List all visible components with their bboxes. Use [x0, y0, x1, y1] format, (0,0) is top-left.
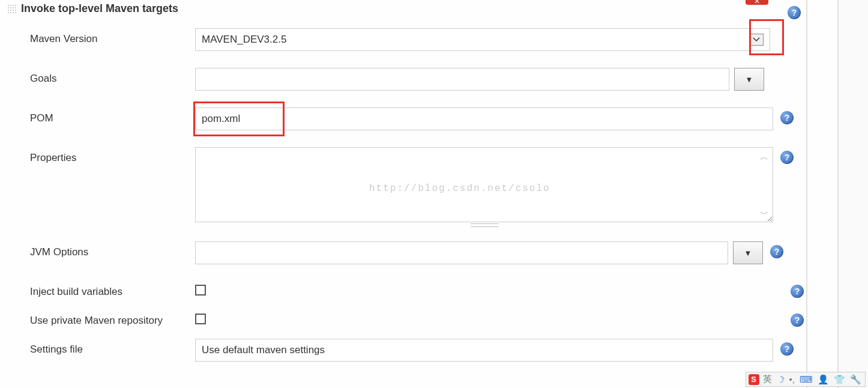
label-goals: Goals — [30, 68, 195, 85]
label-properties: Properties — [30, 147, 195, 164]
row-properties: Properties ︿ ﹀ http://blog.csdn.net/csol… — [7, 147, 806, 225]
label-jvm-options: JVM Options — [30, 241, 195, 258]
use-private-repo-checkbox[interactable] — [195, 314, 206, 324]
label-inject-build-vars: Inject build variables — [30, 281, 195, 298]
row-inject-build-vars: Inject build variables ? — [7, 281, 806, 298]
moon-icon[interactable]: ☽ — [776, 374, 786, 385]
jvm-options-input[interactable] — [195, 241, 728, 264]
row-settings-file: Settings file Use default maven settings… — [7, 339, 806, 362]
row-maven-version: Maven Version MAVEN_DEV3.2.5 — [7, 28, 806, 51]
help-icon[interactable]: ? — [788, 6, 801, 19]
help-icon[interactable]: ? — [780, 111, 794, 124]
resize-grip-icon[interactable] — [471, 223, 498, 227]
section-title: Invoke top-level Maven targets — [21, 2, 178, 15]
settings-file-value: Use default maven settings — [202, 344, 325, 356]
maven-version-value: MAVEN_DEV3.2.5 — [202, 34, 286, 46]
scroll-down-icon[interactable]: ﹀ — [760, 209, 768, 220]
keyboard-icon[interactable]: ⌨ — [798, 374, 814, 385]
row-pom: POM ? — [7, 108, 806, 130]
row-jvm-options: JVM Options ▼ ? — [7, 241, 806, 264]
expand-button[interactable]: ▼ — [733, 241, 763, 264]
ime-lang[interactable]: 英 — [762, 374, 773, 385]
pom-input[interactable] — [195, 108, 773, 130]
ime-badge-icon[interactable]: S — [749, 374, 759, 385]
punct-icon[interactable]: •, — [788, 374, 796, 384]
help-icon[interactable]: ? — [780, 342, 794, 356]
drag-handle-icon[interactable] — [7, 4, 16, 13]
label-pom: POM — [30, 108, 195, 124]
scroll-up-icon[interactable]: ︿ — [760, 152, 768, 163]
label-use-private-repo: Use private Maven repository — [30, 310, 195, 327]
label-settings-file: Settings file — [30, 339, 195, 356]
help-icon[interactable]: ? — [780, 151, 794, 164]
help-icon[interactable]: ? — [791, 314, 804, 327]
expand-button[interactable]: ▼ — [734, 68, 764, 91]
section-header: Invoke top-level Maven targets ✕ ? — [7, 2, 806, 15]
chevron-down-icon[interactable] — [749, 34, 764, 46]
goals-input[interactable] — [195, 68, 729, 91]
maven-version-select[interactable]: MAVEN_DEV3.2.5 — [195, 28, 770, 51]
properties-textarea[interactable] — [195, 147, 773, 222]
wrench-icon[interactable]: 🔧 — [849, 374, 863, 385]
user-icon[interactable]: 👤 — [816, 374, 830, 385]
inject-build-vars-checkbox[interactable] — [195, 285, 206, 296]
shirt-icon[interactable]: 👕 — [833, 374, 846, 385]
row-goals: Goals ▼ — [7, 68, 806, 91]
label-maven-version: Maven Version — [30, 28, 195, 45]
row-use-private-repo: Use private Maven repository ? — [7, 310, 806, 327]
ime-taskbar: S 英 ☽ •, ⌨ 👤 👕 🔧 — [746, 372, 866, 387]
help-icon[interactable]: ? — [791, 285, 804, 298]
help-icon[interactable]: ? — [770, 245, 783, 258]
settings-file-select[interactable]: Use default maven settings — [195, 339, 773, 362]
close-button[interactable]: ✕ — [746, 0, 768, 5]
